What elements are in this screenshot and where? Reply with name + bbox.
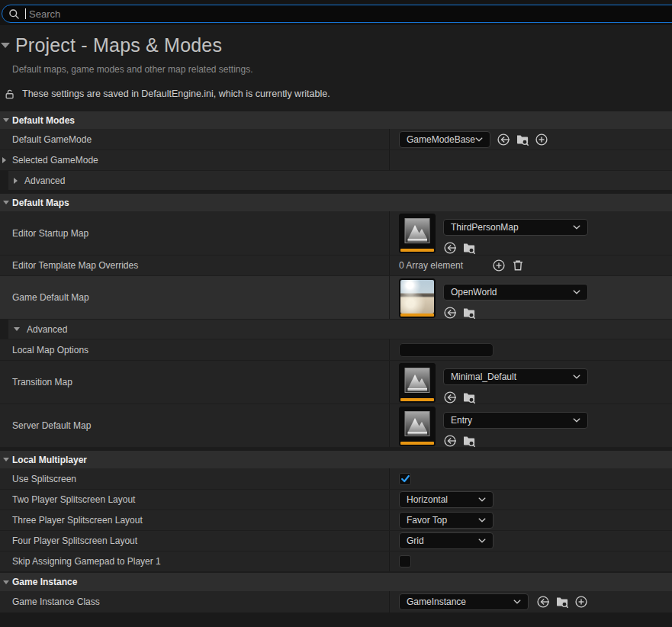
chevron-down-icon xyxy=(513,600,521,604)
chevron-down-icon xyxy=(478,518,486,522)
page-subtitle: Default maps, game modes and other map r… xyxy=(12,64,672,75)
expand-advanced-icon[interactable] xyxy=(14,178,18,184)
property-label: Server Default Map xyxy=(0,404,389,447)
search-icon xyxy=(8,8,20,20)
browse-to-asset-button[interactable] xyxy=(462,241,476,255)
config-file-notice: These settings are saved in DefaultEngin… xyxy=(4,87,672,101)
browse-to-asset-button[interactable] xyxy=(462,391,476,404)
map-asset-thumbnail[interactable] xyxy=(399,363,436,403)
four-player-layout-dropdown[interactable]: Grid xyxy=(399,532,494,549)
browse-to-asset-button[interactable] xyxy=(462,434,476,448)
use-selected-asset-button[interactable] xyxy=(443,306,457,320)
text-cursor xyxy=(25,8,26,19)
collapse-section-icon[interactable] xyxy=(3,201,9,204)
collapse-section-icon[interactable] xyxy=(3,580,9,584)
section-default-maps: Default Maps Editor Startup Map ThirdPer… xyxy=(0,194,672,447)
section-default-modes: Default Modes Default GameMode GameModeB… xyxy=(0,111,672,190)
skip-gamepad-checkbox[interactable] xyxy=(399,555,411,568)
section-header-default-modes[interactable]: Default Modes xyxy=(0,111,672,129)
section-header-game-instance[interactable]: Game Instance xyxy=(0,573,672,591)
row-game-default-map: Game Default Map OpenWorld xyxy=(0,275,672,319)
page-header: Project - Maps & Modes xyxy=(0,32,672,58)
transition-map-dropdown[interactable]: Minimal_Default xyxy=(443,368,588,385)
property-label: Game Instance Class xyxy=(0,591,389,613)
top-bar xyxy=(0,0,672,25)
delete-array-button[interactable] xyxy=(511,259,525,272)
collapse-category-icon[interactable] xyxy=(1,43,10,48)
search-bar[interactable] xyxy=(2,5,672,23)
collapse-section-icon[interactable] xyxy=(3,458,9,461)
check-icon xyxy=(400,474,410,484)
section-title: Local Multiplayer xyxy=(12,455,87,465)
property-label: Skip Assigning Gamepad to Player 1 xyxy=(0,551,389,571)
array-count-text: 0 Array element xyxy=(399,260,463,271)
browse-to-asset-button[interactable] xyxy=(462,306,476,320)
footer-area xyxy=(0,613,672,627)
editor-startup-map-dropdown[interactable]: ThirdPersonMap xyxy=(443,219,588,236)
property-label: Editor Startup Map xyxy=(0,211,389,255)
browse-to-asset-button[interactable] xyxy=(516,133,529,146)
use-selected-asset-button[interactable] xyxy=(443,434,457,448)
chevron-down-icon xyxy=(573,375,580,379)
add-new-asset-button[interactable] xyxy=(535,133,548,146)
advanced-group-expanded[interactable]: Advanced xyxy=(0,319,672,339)
property-label: Game Default Map xyxy=(0,276,389,319)
row-use-splitscreen: Use Splitscreen xyxy=(0,468,672,489)
map-asset-thumbnail[interactable] xyxy=(399,214,436,253)
row-skip-gamepad: Skip Assigning Gamepad to Player 1 xyxy=(0,551,672,571)
property-label: Transition Map xyxy=(0,361,389,404)
property-label: Local Map Options xyxy=(0,339,389,360)
row-default-gamemode: Default GameMode GameModeBase xyxy=(0,129,672,150)
map-asset-thumbnail[interactable] xyxy=(399,278,436,318)
local-map-options-input[interactable] xyxy=(399,343,494,357)
row-two-player-layout: Two Player Splitscreen Layout Horizontal xyxy=(0,489,672,510)
collapse-section-icon[interactable] xyxy=(3,118,9,122)
chevron-down-icon xyxy=(573,418,580,423)
game-instance-class-dropdown[interactable]: GameInstance xyxy=(399,593,529,610)
row-three-player-layout: Three Player Splitscreen Layout Favor To… xyxy=(0,510,672,530)
property-label: Default GameMode xyxy=(0,129,389,150)
add-new-asset-button[interactable] xyxy=(574,595,588,609)
use-selected-asset-button[interactable] xyxy=(536,595,550,609)
section-header-default-maps[interactable]: Default Maps xyxy=(0,194,672,211)
chevron-down-icon xyxy=(573,225,580,230)
server-default-map-dropdown[interactable]: Entry xyxy=(443,412,588,429)
row-editor-template-map-overrides: Editor Template Map Overrides 0 Array el… xyxy=(0,255,672,275)
advanced-label: Advanced xyxy=(27,324,67,335)
row-transition-map: Transition Map Minimal_Default xyxy=(0,360,672,404)
default-gamemode-dropdown[interactable]: GameModeBase xyxy=(399,131,490,148)
row-four-player-layout: Four Player Splitscreen Layout Grid xyxy=(0,530,672,551)
row-selected-gamemode: Selected GameMode xyxy=(0,150,672,170)
property-label: Selected GameMode xyxy=(0,150,389,170)
game-default-map-dropdown[interactable]: OpenWorld xyxy=(443,284,588,301)
use-splitscreen-checkbox[interactable] xyxy=(399,473,411,485)
section-title: Default Modes xyxy=(12,115,75,126)
chevron-down-icon xyxy=(573,290,580,294)
section-title: Default Maps xyxy=(12,198,69,208)
unlocked-padlock-icon xyxy=(4,88,15,100)
property-label: Editor Template Map Overrides xyxy=(0,256,389,275)
section-local-multiplayer: Local Multiplayer Use Splitscreen Two Pl… xyxy=(0,451,672,571)
collapse-advanced-icon[interactable] xyxy=(14,327,20,331)
browse-to-asset-button[interactable] xyxy=(555,595,569,609)
openworld-preview-image xyxy=(400,280,434,314)
property-label: Three Player Splitscreen Layout xyxy=(0,510,389,530)
expand-row-icon[interactable] xyxy=(2,157,6,163)
chevron-down-icon xyxy=(478,497,486,502)
section-header-local-multiplayer[interactable]: Local Multiplayer xyxy=(0,451,672,468)
use-selected-asset-button[interactable] xyxy=(497,133,510,146)
add-array-element-button[interactable] xyxy=(492,259,506,272)
page-title: Project - Maps & Modes xyxy=(15,34,222,56)
advanced-group-collapsed[interactable]: Advanced xyxy=(0,170,672,190)
use-selected-asset-button[interactable] xyxy=(443,391,457,404)
two-player-layout-dropdown[interactable]: Horizontal xyxy=(399,491,494,508)
search-input[interactable] xyxy=(27,8,672,21)
three-player-layout-dropdown[interactable]: Favor Top xyxy=(399,512,494,529)
map-asset-thumbnail[interactable] xyxy=(399,407,436,446)
use-selected-asset-button[interactable] xyxy=(443,241,457,255)
row-server-default-map: Server Default Map Entry xyxy=(0,404,672,447)
chevron-down-icon xyxy=(478,539,486,543)
chevron-down-icon xyxy=(475,137,483,142)
row-local-map-options: Local Map Options xyxy=(0,339,672,360)
advanced-label: Advanced xyxy=(24,175,65,186)
